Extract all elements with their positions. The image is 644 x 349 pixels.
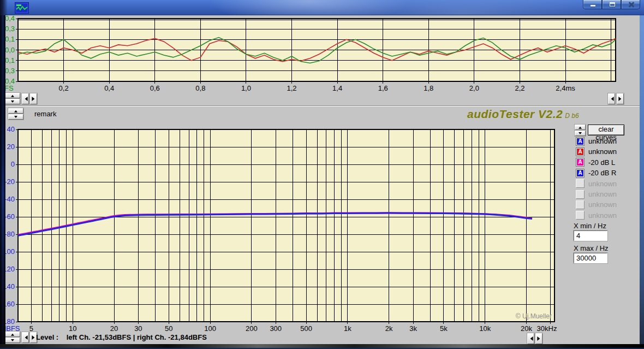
scope-y-scale-down-button[interactable] xyxy=(5,99,20,104)
level-status-value: left Ch. -21,53dBFS | right Ch. -21,84dB… xyxy=(67,333,207,341)
legend-chip-4[interactable] xyxy=(576,179,585,188)
legend-item-2: A-20 dB L xyxy=(576,158,615,167)
legend-label-5: unknown xyxy=(588,190,617,198)
legend-label-0: unknown xyxy=(588,137,617,145)
clear-curves-button[interactable]: clear curves xyxy=(588,125,624,135)
app-title-text: audioTester V2.2 xyxy=(467,108,563,120)
client-area xyxy=(5,15,640,344)
status-spinner-down-button[interactable] xyxy=(5,338,20,343)
freq-y-scale-spinner xyxy=(8,108,23,120)
maximize-button[interactable] xyxy=(602,0,621,9)
legend-item-4: unknown xyxy=(576,179,617,188)
legend-item-7: unknown xyxy=(576,211,617,220)
app-icon[interactable] xyxy=(15,2,29,14)
legend-chip-3[interactable]: A xyxy=(576,169,585,178)
legend-chip-6[interactable] xyxy=(576,200,585,209)
status-spinner-up-button[interactable] xyxy=(5,332,20,337)
app-title-version-suffix: D b6 xyxy=(565,112,579,120)
scope-y-scale-up-button[interactable] xyxy=(5,93,20,98)
panel-divider xyxy=(5,105,640,107)
desktop-edge-left xyxy=(0,15,5,344)
scope-scroll-right-button[interactable] xyxy=(30,93,37,104)
legend-label-1: unknown xyxy=(588,147,617,156)
close-button[interactable] xyxy=(621,0,640,9)
legend-chip-5[interactable] xyxy=(576,190,585,199)
scope-y-scale-spinner xyxy=(5,93,20,105)
curve-select-down-button[interactable] xyxy=(575,131,586,136)
titlebar[interactable] xyxy=(0,0,644,15)
legend-chip-2[interactable]: A xyxy=(576,158,585,167)
legend-chip-1[interactable]: A xyxy=(576,147,585,156)
level-status-label: Level : xyxy=(36,333,58,341)
legend-chip-7[interactable] xyxy=(576,211,585,220)
minimize-icon xyxy=(591,5,595,7)
maximize-icon xyxy=(610,2,615,7)
remark-label[interactable]: remark xyxy=(34,110,56,118)
audiotester-scope-icon xyxy=(15,2,29,14)
legend-item-6: unknown xyxy=(576,200,617,209)
x-min-input[interactable] xyxy=(574,230,607,241)
x-min-label: X min / Hz xyxy=(574,222,606,230)
desktop-edge-right xyxy=(640,15,644,344)
curve-select-spinner xyxy=(575,125,586,137)
legend-label-2: -20 dB L xyxy=(588,158,615,167)
freq-scroll-right-button-right[interactable] xyxy=(535,333,542,344)
scope-scroll-left-button-right[interactable] xyxy=(608,93,615,104)
legend-item-3: A-20 dB R xyxy=(576,168,616,178)
freq-scroll-left-button-right[interactable] xyxy=(527,333,534,344)
curve-select-up-button[interactable] xyxy=(575,125,586,130)
x-max-label: X max / Hz xyxy=(574,244,609,252)
window-controls xyxy=(583,0,640,10)
freq-y-scale-down-button[interactable] xyxy=(8,114,23,120)
legend-label-4: unknown xyxy=(588,180,617,188)
scope-scroll-right-button-right[interactable] xyxy=(617,93,624,104)
audiotester-window: 0,40,30,10,0-0,1-0,3-0,40,20,40,60,81,01… xyxy=(0,0,644,349)
legend-label-6: unknown xyxy=(588,200,617,209)
x-max-input[interactable] xyxy=(574,253,607,263)
legend-item-5: unknown xyxy=(576,190,617,199)
status-bar-spinner xyxy=(5,332,20,344)
legend-chip-0[interactable]: A xyxy=(576,137,585,146)
freq-y-scale-up-button[interactable] xyxy=(8,108,23,114)
scope-scroll-left-button[interactable] xyxy=(22,93,29,104)
legend-label-3: -20 dB R xyxy=(588,169,616,177)
legend-item-0: Aunknown xyxy=(576,137,617,146)
freq-scroll-left-button[interactable] xyxy=(22,332,29,343)
app-title: audioTester V2.2D b6 xyxy=(467,108,579,121)
level-status: Level : left Ch. -21,53dBFS | right Ch. … xyxy=(36,333,207,341)
desktop-edge-bottom xyxy=(0,344,644,349)
legend-label-7: unknown xyxy=(588,211,617,220)
minimize-button[interactable] xyxy=(583,0,602,9)
close-icon xyxy=(629,2,634,7)
legend-item-1: Aunknown xyxy=(576,147,617,156)
